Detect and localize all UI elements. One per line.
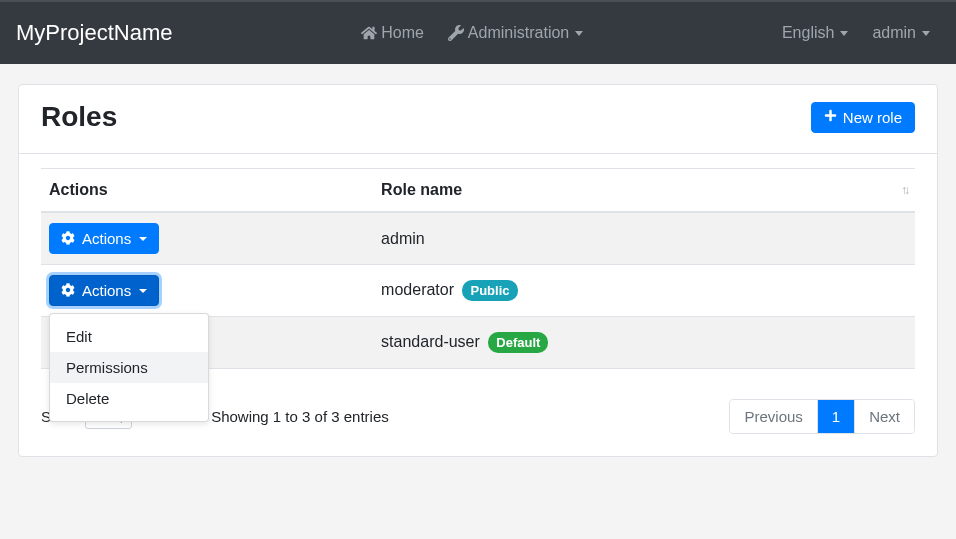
actions-dropdown-menu: EditPermissionsDelete bbox=[49, 313, 209, 422]
dropdown-item-edit[interactable]: Edit bbox=[50, 321, 208, 352]
table-info: Showing 1 to 3 of 3 entries bbox=[211, 408, 389, 425]
page-1-button[interactable]: 1 bbox=[818, 400, 855, 433]
actions-button-label: Actions bbox=[82, 282, 131, 299]
chevron-down-icon bbox=[922, 31, 930, 36]
new-role-button[interactable]: New role bbox=[811, 102, 915, 133]
nav-center: Home Administration bbox=[351, 16, 593, 50]
actions-cell: Actions bbox=[41, 212, 373, 265]
actions-wrapper: Actions bbox=[49, 223, 365, 254]
nav-home-label: Home bbox=[381, 24, 424, 42]
actions-wrapper: ActionsEditPermissionsDelete bbox=[49, 275, 365, 306]
next-button[interactable]: Next bbox=[855, 400, 914, 433]
card-header: Roles New role bbox=[19, 85, 937, 154]
home-icon bbox=[361, 25, 377, 41]
nav-language[interactable]: English bbox=[772, 16, 858, 50]
navbar: MyProjectName Home Administration Englis… bbox=[0, 0, 956, 64]
brand[interactable]: MyProjectName bbox=[16, 15, 172, 51]
role-name-cell: admin bbox=[373, 212, 915, 265]
role-name: standard-user bbox=[381, 333, 480, 350]
actions-dropdown-button[interactable]: Actions bbox=[49, 275, 159, 306]
wrench-icon bbox=[448, 25, 464, 41]
role-name: moderator bbox=[381, 281, 454, 298]
dropdown-item-permissions[interactable]: Permissions bbox=[50, 352, 208, 383]
dropdown-item-delete[interactable]: Delete bbox=[50, 383, 208, 414]
new-role-label: New role bbox=[843, 109, 902, 126]
card-body: Actions Role name ↑↓ ActionsadminActions… bbox=[19, 154, 937, 456]
nav-home[interactable]: Home bbox=[351, 16, 434, 50]
chevron-down-icon bbox=[139, 237, 147, 241]
nav-right: English admin bbox=[772, 16, 940, 50]
plus-icon bbox=[824, 109, 840, 125]
pagination: Previous 1 Next bbox=[729, 399, 915, 434]
page-container: Roles New role Actions Role name ↑↓ bbox=[0, 64, 956, 477]
page-title: Roles bbox=[41, 101, 117, 133]
nav-administration-label: Administration bbox=[468, 24, 569, 42]
actions-dropdown-button[interactable]: Actions bbox=[49, 223, 159, 254]
chevron-down-icon bbox=[139, 289, 147, 293]
table-row: ActionsEditPermissionsDeletemoderator Pu… bbox=[41, 265, 915, 317]
col-role-name[interactable]: Role name ↑↓ bbox=[373, 169, 915, 213]
table-row: Actionsadmin bbox=[41, 212, 915, 265]
role-badge: Default bbox=[488, 332, 548, 353]
gear-icon bbox=[61, 231, 77, 247]
previous-button[interactable]: Previous bbox=[730, 400, 817, 433]
role-badge: Public bbox=[462, 280, 517, 301]
roles-table: Actions Role name ↑↓ ActionsadminActions… bbox=[41, 168, 915, 369]
actions-cell: ActionsEditPermissionsDelete bbox=[41, 265, 373, 317]
nav-administration[interactable]: Administration bbox=[438, 16, 593, 50]
nav-language-label: English bbox=[782, 24, 834, 42]
sort-icon: ↑↓ bbox=[901, 184, 907, 196]
chevron-down-icon bbox=[575, 31, 583, 36]
role-name-cell: standard-user Default bbox=[373, 317, 915, 369]
actions-button-label: Actions bbox=[82, 230, 131, 247]
nav-user-label: admin bbox=[872, 24, 916, 42]
chevron-down-icon bbox=[840, 31, 848, 36]
gear-icon bbox=[61, 283, 77, 299]
col-role-name-label: Role name bbox=[381, 181, 462, 198]
role-name: admin bbox=[381, 230, 425, 247]
col-actions[interactable]: Actions bbox=[41, 169, 373, 213]
nav-user[interactable]: admin bbox=[862, 16, 940, 50]
roles-card: Roles New role Actions Role name ↑↓ bbox=[18, 84, 938, 457]
role-name-cell: moderator Public bbox=[373, 265, 915, 317]
